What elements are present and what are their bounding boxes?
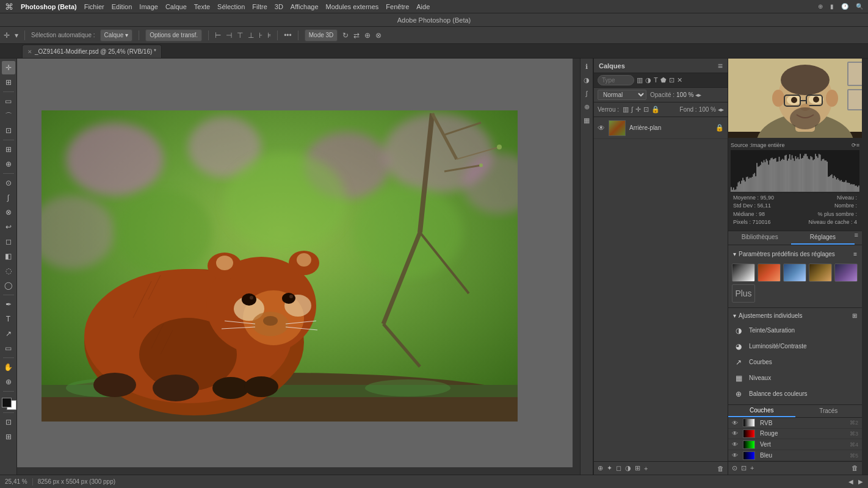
adj-item-brightness[interactable]: ◕ Luminosité/Contraste	[728, 339, 862, 354]
menu-aide[interactable]: Aide	[416, 3, 430, 10]
folder-icon[interactable]: ⊞	[635, 464, 640, 472]
lasso-tool[interactable]: ⌒	[2, 109, 15, 123]
spot-heal-tool[interactable]: ⊙	[2, 176, 15, 190]
channel-eye-vert[interactable]: 👁	[732, 441, 738, 448]
eyedropper-tool[interactable]: ⊕	[2, 157, 15, 171]
preset-thumb-1[interactable]	[758, 264, 781, 282]
new-layer-icon[interactable]: +	[644, 465, 648, 472]
channel-eye-rouge[interactable]: 👁	[732, 430, 738, 437]
adj-presets-header[interactable]: ▾ Paramètres prédéfinis des réglages ≡	[728, 248, 862, 261]
canvas-scrollbar-vertical[interactable]	[573, 59, 580, 475]
object-select-tool[interactable]: ⊡	[2, 124, 15, 137]
calque-btn[interactable]: Calque▾	[100, 29, 133, 41]
flip-icon[interactable]: ⇄	[353, 31, 360, 40]
channel-eye-rgb[interactable]: 👁	[732, 420, 738, 426]
presets-header-menu-icon[interactable]: ≡	[853, 251, 857, 257]
tab-traces[interactable]: Tracés	[795, 405, 863, 417]
pen-tool[interactable]: ✒	[2, 298, 15, 311]
channels-save-icon[interactable]: ⊡	[741, 464, 747, 472]
layers-search-input[interactable]	[598, 75, 634, 85]
tab-couches[interactable]: Couches	[728, 405, 795, 417]
info-icon[interactable]: ℹ	[581, 61, 592, 72]
filter-off-icon[interactable]: ✕	[677, 76, 682, 84]
channel-row-rgb[interactable]: 👁 RVB ⌘2	[728, 418, 862, 429]
preset-thumb-2[interactable]	[783, 264, 806, 282]
canvas-scrollbar-horizontal[interactable]	[17, 467, 573, 475]
shape-filter-icon[interactable]: ⬟	[660, 76, 667, 84]
path-select-tool[interactable]: ↗	[2, 327, 15, 340]
channels-new-icon[interactable]: +	[750, 464, 754, 472]
link-layers-icon[interactable]: ⊕	[598, 464, 603, 472]
brush-tool[interactable]: ∫	[2, 191, 15, 204]
adj-item-hue-sat[interactable]: ◑ Teinte/Saturation	[728, 323, 862, 339]
zoom-tool[interactable]: ⊕	[2, 375, 15, 389]
menu-3d[interactable]: 3D	[275, 3, 283, 10]
channel-row-rouge[interactable]: 👁 Rouge ⌘3	[728, 429, 862, 440]
crop-tool[interactable]: ⊞	[2, 143, 15, 156]
delete-layer-icon[interactable]: 🗑	[717, 465, 724, 472]
more-options-icon[interactable]: •••	[284, 31, 292, 40]
screen-mode-tool[interactable]: ⊞	[2, 430, 15, 443]
dodge-tool[interactable]: ◯	[2, 279, 15, 292]
channel-row-bleu[interactable]: 👁 Bleu ⌘5	[728, 450, 862, 461]
canvas-area[interactable]	[17, 59, 580, 475]
layer-row-background[interactable]: 👁 Arrière-plan 🔒	[594, 117, 728, 139]
smart-filter-icon[interactable]: ⊡	[669, 76, 675, 84]
preset-thumb-0[interactable]	[732, 264, 755, 282]
search-icon[interactable]: 🔍	[856, 3, 863, 10]
lock-all-icon[interactable]: 🔒	[651, 106, 660, 113]
fill-scrubber[interactable]: ◂▸	[718, 106, 724, 113]
align-center-v-icon[interactable]: ⊦	[259, 31, 262, 40]
adj-layer-icon[interactable]: ◑	[625, 464, 631, 472]
swatches-icon[interactable]: ▦	[581, 115, 592, 126]
gradient-tool[interactable]: ◧	[2, 249, 15, 263]
menu-fichier[interactable]: Fichier	[84, 3, 104, 10]
adj-item-levels[interactable]: ▦ Niveaux	[728, 370, 862, 386]
artboard-tool[interactable]: ⊞	[2, 76, 15, 89]
individual-grid-icon[interactable]: ⊞	[852, 312, 857, 319]
adj-individual-header[interactable]: ▾ Ajustements individuels ⊞	[728, 309, 862, 323]
marquee-tool[interactable]: ▭	[2, 95, 15, 108]
type-tool[interactable]: T	[2, 312, 15, 326]
preset-thumb-4[interactable]	[834, 264, 858, 282]
preset-thumb-3[interactable]	[809, 264, 832, 282]
blur-tool[interactable]: ◌	[2, 264, 15, 278]
channels-dotted-circle-icon[interactable]: ⊙	[732, 464, 737, 472]
layers-panel-menu-icon[interactable]: ≡	[718, 61, 723, 71]
menu-image[interactable]: Image	[139, 3, 158, 10]
lock-position-icon[interactable]: ✛	[635, 106, 641, 113]
mode-3d-btn[interactable]: Mode 3D	[305, 29, 338, 41]
quick-mask-tool[interactable]: ⊡	[2, 415, 15, 429]
status-nav-next-icon[interactable]: ▶	[858, 478, 863, 485]
menu-modules[interactable]: Modules externes	[326, 3, 379, 10]
foreground-color-swatch[interactable]	[2, 398, 12, 407]
opacity-scrubber[interactable]: ◂▸	[695, 92, 701, 98]
adjust-icon[interactable]: ◑	[581, 74, 592, 85]
channel-row-vert[interactable]: 👁 Vert ⌘4	[728, 439, 862, 450]
align-center-h-icon[interactable]: ⊣	[226, 31, 232, 40]
histogram-menu-icon[interactable]: ≡	[856, 142, 859, 148]
lock-pixels-icon[interactable]: ∫	[631, 106, 633, 113]
history-brush-tool[interactable]: ↩	[2, 220, 15, 234]
lock-transparent-icon[interactable]: ▥	[623, 106, 629, 113]
blend-mode-select[interactable]: Normal	[598, 90, 646, 100]
pixel-filter-icon[interactable]: ▥	[637, 76, 643, 84]
menu-fenetre[interactable]: Fenêtre	[386, 3, 409, 10]
app-name[interactable]: Photoshop (Beta)	[21, 3, 77, 10]
hand-tool[interactable]: ✋	[2, 361, 15, 374]
transform-options-btn[interactable]: Options de transf.	[145, 29, 202, 41]
eraser-tool[interactable]: ◻	[2, 235, 15, 248]
menu-calque[interactable]: Calque	[165, 3, 187, 10]
clone-stamp-tool[interactable]: ⊗	[2, 206, 15, 219]
menu-selection[interactable]: Sélection	[217, 3, 245, 10]
lock-artboard-icon[interactable]: ⊡	[643, 106, 649, 113]
snap-icon[interactable]: ⊗	[375, 31, 382, 40]
panel-tabs-menu-icon[interactable]: ≡	[855, 231, 862, 245]
color-icon[interactable]: ⊕	[581, 101, 592, 112]
color-swatches[interactable]	[2, 395, 15, 409]
apple-menu[interactable]: ⌘	[5, 2, 13, 12]
adj-item-color-balance[interactable]: ⊕ Balance des couleurs	[728, 386, 862, 402]
transform-icon[interactable]: ⊕	[364, 31, 371, 40]
tab-reglages[interactable]: Réglages	[791, 231, 854, 245]
adj-item-curves[interactable]: ↗ Courbes	[728, 354, 862, 370]
